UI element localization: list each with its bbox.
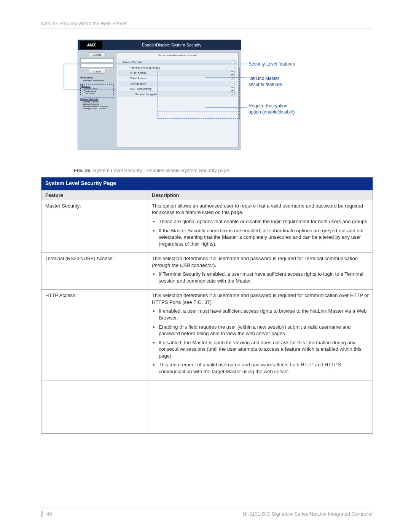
row-http-checkbox[interactable]: ✓ xyxy=(231,71,234,75)
description-cell: This selection determines if a username … xyxy=(148,290,373,380)
feature-cell: Terminal (RS232/USB) Access: xyxy=(41,253,148,290)
security-feature-table: System Level Security Page Feature Descr… xyxy=(41,177,373,434)
feature-cell: Master Security: xyxy=(41,200,148,252)
callout-require-encryption: Require Encryptionoption (enable/disable… xyxy=(249,103,295,115)
nav-webcontrol-title[interactable]: WebControl xyxy=(80,77,114,79)
callout-box-sidebar xyxy=(83,83,115,98)
callout-security-level: Security Level features xyxy=(249,61,295,67)
table-header-feature: Feature xyxy=(41,190,148,200)
callout-box-icsp xyxy=(158,113,240,119)
row-encrypt: Require Encryption xyxy=(129,93,158,96)
login-pass-field[interactable] xyxy=(80,64,114,68)
row-config-checkbox[interactable]: ✓ xyxy=(231,82,234,85)
row-master-checkbox[interactable] xyxy=(231,61,234,64)
table-header-description: Description xyxy=(148,190,373,200)
nav-system-title[interactable]: System Settings xyxy=(80,98,114,100)
row-config: Configuration xyxy=(123,82,146,85)
section-header: NetLinx Security within the Web Server xyxy=(41,21,373,29)
figure-caption: FIG. 36 System Level Security - Enable/D… xyxy=(74,168,373,173)
row-terminal-checkbox[interactable]: ✓ xyxy=(231,66,234,69)
table-row: HTTP Access: This selection determines i… xyxy=(41,290,373,380)
page-number: 40 xyxy=(41,511,52,517)
nav-system-item-3[interactable]: Manage Other Devices xyxy=(80,107,114,110)
row-encrypt-checkbox[interactable]: ✓ xyxy=(231,93,234,96)
figure-area: AMX Enable/Disable System Security Updat… xyxy=(41,40,373,165)
table-empty-row xyxy=(41,380,373,434)
login-user-field[interactable] xyxy=(80,58,114,62)
footer-doc-title: NI-3101-SIG Signature Series NetLinx Int… xyxy=(242,511,373,517)
screenshot-main: Security is enabled when it is checked M… xyxy=(116,52,239,147)
nav-webcontrol-item[interactable]: Manage Connections xyxy=(80,79,114,81)
amx-logo: AMX xyxy=(80,41,102,49)
table-row: Terminal (RS232/USB) Access: This select… xyxy=(41,253,373,290)
row-master: Master Security xyxy=(123,61,142,64)
screenshot-panel: AMX Enable/Disable System Security Updat… xyxy=(78,40,241,150)
screenshot-sidebar: Update Log In WebControl Manage Connecti… xyxy=(80,52,114,147)
table-row: Master Security: This option allows an a… xyxy=(41,200,373,252)
row-telnet-checkbox[interactable]: ✓ xyxy=(231,77,234,80)
callout-master-features: NetLinx Mastersecurity features xyxy=(249,75,282,88)
description-cell: This option allows an authorized user to… xyxy=(148,200,373,252)
row-icsp: ICSP Connectivity xyxy=(123,88,151,90)
row-http: HTTP Access xyxy=(123,72,146,74)
row-terminal: Terminal (RS232) Access xyxy=(123,66,160,69)
description-cell: This selection determines if a username … xyxy=(148,253,373,290)
row-telnet: Telnet Access xyxy=(123,77,147,80)
table-title: System Level Security Page xyxy=(41,177,373,190)
security-hint: Security is enabled when it is checked xyxy=(118,54,237,58)
row-icsp-checkbox[interactable]: ✓ xyxy=(231,87,234,91)
page-footer: 40 NI-3101-SIG Signature Series NetLinx … xyxy=(41,508,373,517)
feature-cell: HTTP Access: xyxy=(41,290,148,380)
update-button[interactable]: Update xyxy=(89,52,105,57)
login-button[interactable]: Log In xyxy=(89,69,105,74)
screenshot-window-title: Enable/Disable System Security xyxy=(102,43,241,47)
